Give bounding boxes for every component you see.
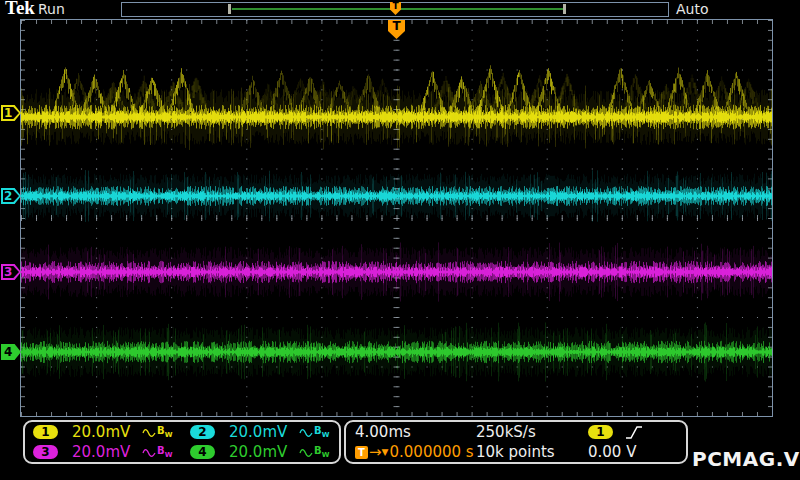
channel-2-scale: 20.0mV xyxy=(229,423,293,441)
channel-4-scale: 20.0mV xyxy=(229,443,293,461)
channel-2-marker-number: 2 xyxy=(4,189,12,203)
bandwidth-limit-icon: BW xyxy=(314,445,329,459)
channel-4-marker-number: 4 xyxy=(4,345,12,359)
channel-1-readout: 1 20.0mV BW xyxy=(25,422,182,442)
channel-2-position-marker: 2 xyxy=(1,188,21,204)
channel-3-readout: 3 20.0mV BW xyxy=(25,442,182,462)
trigger-position-icon-small: T xyxy=(390,2,401,15)
waveform-canvas xyxy=(21,20,772,416)
channel-3-coupling-icons: BW xyxy=(142,445,172,459)
bandwidth-limit-icon: BW xyxy=(314,425,329,439)
record-length-readout: 10k points xyxy=(476,443,588,461)
channel-3-position-marker: 3 xyxy=(1,264,21,280)
channel-1-coupling-icons: BW xyxy=(142,425,172,439)
channel-readout-box: 1 20.0mV BW 2 20.0mV BW 3 20.0mV BW 4 20… xyxy=(23,420,341,464)
record-view-right-bracket xyxy=(563,4,566,14)
trigger-mode: Auto xyxy=(676,1,709,17)
timebase-readout: 4.00ms xyxy=(355,423,476,441)
channel-2-coupling-icons: BW xyxy=(299,425,329,439)
bandwidth-limit-icon: BW xyxy=(157,445,172,459)
channel-1-marker-number: 1 xyxy=(4,106,12,120)
channel-1-scale: 20.0mV xyxy=(72,423,136,441)
ac-coupling-icon xyxy=(299,428,313,438)
channel-4-badge: 4 xyxy=(190,445,215,459)
channel-1-position-marker: 1 xyxy=(1,105,21,121)
trigger-arrow-icon: → xyxy=(369,443,382,461)
trigger-down-marker-icon: ▼ xyxy=(382,447,389,457)
ac-coupling-icon xyxy=(142,428,156,438)
watermark: PCMAG.VN xyxy=(692,447,800,471)
trigger-slope-icon xyxy=(625,425,643,440)
channel-3-scale: 20.0mV xyxy=(72,443,136,461)
trigger-t-icon: T xyxy=(355,446,368,459)
channel-1-badge: 1 xyxy=(33,425,58,439)
channel-2-readout: 2 20.0mV BW xyxy=(182,422,339,442)
horizontal-trigger-readout-box: 4.00ms 250kS/s 1 T → ▼ 0.000000 s 10k po… xyxy=(344,420,688,464)
channel-3-marker-number: 3 xyxy=(4,265,12,279)
record-view-bar: T xyxy=(121,2,669,17)
trigger-readout-row: T → ▼ 0.000000 s 10k points 0.00 V xyxy=(346,442,686,462)
record-view-left-bracket xyxy=(228,4,231,14)
trigger-level-readout: 0.00 V xyxy=(588,443,636,461)
horizontal-readout-row: 4.00ms 250kS/s 1 xyxy=(346,422,686,442)
ac-coupling-icon xyxy=(299,448,313,458)
trigger-position-readout: 0.000000 s xyxy=(390,443,474,461)
sample-rate-readout: 250kS/s xyxy=(476,423,588,441)
acquisition-status: Run xyxy=(38,1,65,17)
channel-4-readout: 4 20.0mV BW xyxy=(182,442,339,462)
channel-3-badge: 3 xyxy=(33,445,58,459)
bandwidth-limit-icon: BW xyxy=(157,425,172,439)
trigger-position-group: T → ▼ 0.000000 s xyxy=(355,443,476,461)
channel-4-position-marker: 4 xyxy=(1,344,21,360)
ac-coupling-icon xyxy=(142,448,156,458)
graticule xyxy=(20,19,773,417)
tek-logo: Tek xyxy=(5,0,35,19)
channel-4-coupling-icons: BW xyxy=(299,445,329,459)
trigger-source-badge: 1 xyxy=(588,425,613,439)
channel-2-badge: 2 xyxy=(190,425,215,439)
